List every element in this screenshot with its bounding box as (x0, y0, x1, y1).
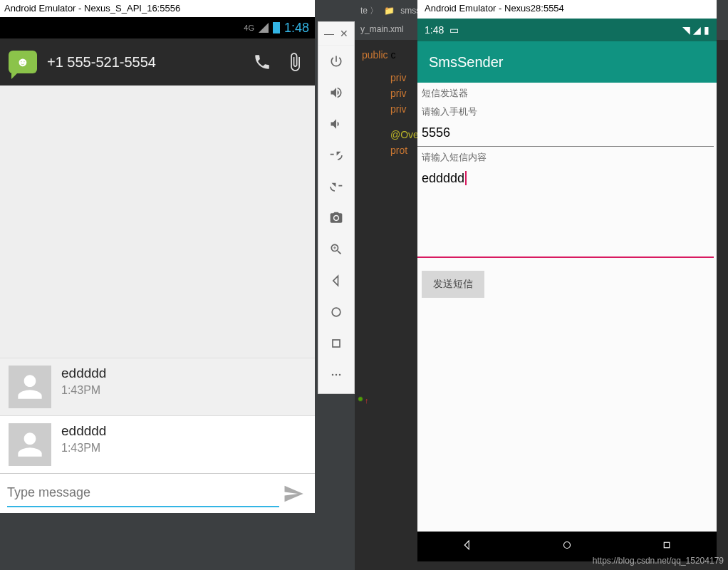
message-thread[interactable]: eddddd 1:43PM eddddd 1:43PM (0, 86, 315, 513)
phone-input[interactable] (417, 120, 714, 147)
emulator2-window-title: Android Emulator - Nexus28:5554 (417, 0, 717, 19)
svg-point-3 (336, 374, 338, 376)
emulator1-window-title: Android Emulator - Nexus_S_API_16:5556 (0, 0, 315, 17)
svg-point-5 (564, 542, 571, 549)
send-button[interactable] (279, 480, 308, 508)
message-text: eddddd (61, 366, 306, 381)
emulator-nexus-s: Android Emulator - Nexus_S_API_16:5556 4… (0, 0, 315, 513)
rotate-left-button[interactable] (318, 140, 354, 171)
android-statusbar-2: 1:48 ▭ ◥ ◢ ▮ (417, 19, 717, 41)
more-button[interactable] (318, 359, 354, 390)
nav-overview-button[interactable] (660, 539, 673, 554)
message-timestamp: 1:43PM (61, 384, 306, 397)
svg-point-4 (339, 374, 341, 376)
rotate-right-button[interactable] (318, 171, 354, 202)
content-label: 请输入短信内容 (417, 147, 717, 165)
code-annotation: @Ove (390, 129, 419, 140)
app-title: SmsSender (429, 54, 504, 71)
message-item[interactable]: eddddd 1:43PM (0, 358, 315, 415)
signal-icon-2: ◢ (693, 24, 701, 36)
minimize-button[interactable]: — (324, 28, 334, 39)
breadcrumb-item[interactable]: te 〉 (360, 5, 378, 17)
code-token: prot (390, 145, 407, 156)
breakpoint-marker[interactable] (358, 396, 363, 402)
statusbar-clock: 1:48 (284, 21, 309, 36)
phone-label: 请输入手机号 (417, 101, 717, 120)
svg-rect-1 (333, 340, 340, 347)
network-indicator: 4G (244, 24, 254, 32)
svg-point-2 (332, 374, 334, 376)
overview-button[interactable] (318, 328, 354, 359)
volume-down-button[interactable] (318, 108, 354, 140)
call-button[interactable] (251, 51, 274, 73)
statusbar-clock-2: 1:48 (425, 24, 444, 36)
nav-home-button[interactable] (561, 539, 573, 554)
code-token: public (362, 49, 388, 61)
close-button[interactable]: ✕ (340, 28, 348, 39)
wifi-icon: ◥ (682, 24, 690, 36)
attach-button[interactable] (284, 51, 306, 73)
message-timestamp: 1:43PM (61, 442, 306, 455)
emulator-nexus-28: Android Emulator - Nexus28:5554 1:48 ▭ ◥… (417, 0, 717, 561)
nav-back-button[interactable] (461, 539, 474, 554)
back-button[interactable] (318, 265, 354, 296)
contact-avatar[interactable] (9, 423, 51, 466)
messaging-header: ☻ +1 555-521-5554 (0, 38, 315, 86)
send-sms-button[interactable]: 发送短信 (422, 271, 484, 298)
signal-icon (259, 23, 269, 33)
notification-icon: ▭ (449, 24, 459, 36)
svg-rect-6 (664, 542, 670, 548)
battery-icon (273, 22, 280, 33)
emulator-toolbar: — ✕ (318, 21, 355, 394)
message-input[interactable] (7, 480, 279, 507)
screenshot-button[interactable] (318, 202, 354, 234)
home-button[interactable] (318, 296, 354, 328)
contact-avatar[interactable] (9, 366, 51, 408)
code-token: priv (390, 88, 407, 99)
app-content: 短信发送器 请输入手机号 请输入短信内容 eddddd 发送短信 (417, 83, 717, 532)
message-text: eddddd (61, 423, 306, 439)
code-token: priv (390, 72, 407, 83)
svg-point-0 (332, 308, 340, 316)
message-item[interactable]: eddddd 1:43PM (0, 415, 315, 473)
folder-icon: 📁 (384, 6, 395, 16)
app-toolbar: SmsSender (417, 41, 717, 83)
contact-number[interactable]: +1 555-521-5554 (47, 54, 241, 71)
message-content-input[interactable] (417, 165, 714, 258)
volume-up-button[interactable] (318, 77, 354, 108)
compose-bar (0, 473, 315, 513)
code-token: priv (390, 103, 407, 115)
watermark: https://blog.csdn.net/qq_15204179 (593, 556, 724, 566)
app-description: 短信发送器 (417, 83, 717, 101)
power-button[interactable] (318, 46, 354, 77)
messaging-app-icon[interactable]: ☻ (9, 51, 37, 73)
android-statusbar: 4G 1:48 (0, 17, 315, 38)
battery-icon-2: ▮ (704, 24, 709, 36)
gutter-arrow-icon: ↑ (365, 396, 369, 405)
zoom-button[interactable] (318, 234, 354, 265)
